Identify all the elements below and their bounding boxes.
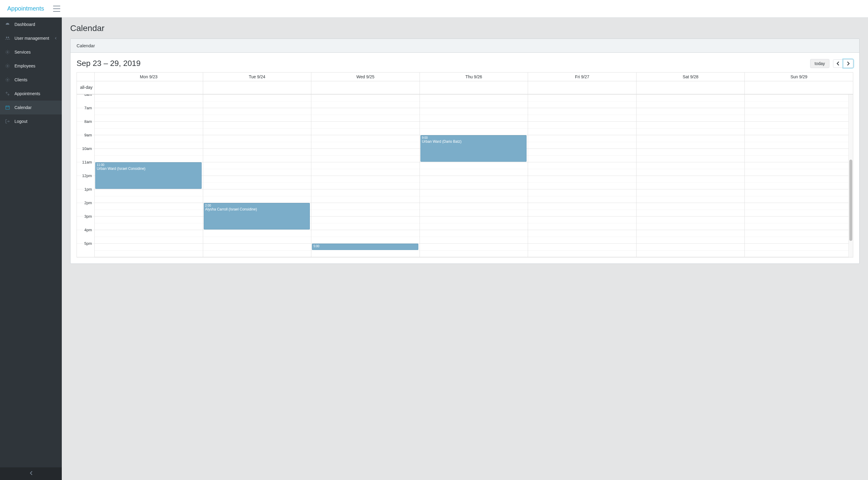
svg-point-2 [7,52,8,53]
hour-label: 9am [84,133,93,137]
svg-point-4 [7,79,8,80]
event-time: 9:00 [422,136,525,139]
calendar-card: Calendar Sep 23 – 29, 2019 today [70,39,860,264]
calendar-day-header[interactable]: Fri 9/27 [528,73,636,81]
calendar-day-column[interactable]: 11:00Urban Ward (Israel Considine) [94,95,203,257]
next-button[interactable] [843,59,853,68]
hour-label: 10am [82,146,93,151]
calendar-range-title: Sep 23 – 29, 2019 [76,59,141,68]
gear-icon [5,77,10,82]
allday-cell[interactable] [94,81,203,94]
hour-label: 7am [84,106,93,110]
sidebar-item-services[interactable]: Services [0,45,62,59]
event-time: 5:00 [313,244,417,248]
calendar-event[interactable]: 9:00Urban Ward (Dario Batz) [421,135,527,162]
logout-icon [5,118,10,124]
calendar-event[interactable]: 11:00Urban Ward (Israel Considine) [95,162,202,189]
sidebar-item-appointments[interactable]: Appointments [0,87,62,101]
hour-label: 8am [84,119,93,124]
svg-point-0 [6,37,7,38]
page-title: Calendar [70,24,860,33]
calendar-grid: Mon 9/23Tue 9/24Wed 9/25Thu 9/26Fri 9/27… [76,72,853,258]
event-title: Urban Ward (Dario Batz) [422,139,462,144]
calendar-day-header[interactable]: Wed 9/25 [311,73,420,81]
menu-toggle-icon[interactable] [53,6,60,12]
sidebar-item-clients[interactable]: Clients [0,73,62,87]
event-time: 11:00 [97,163,200,167]
hour-label: 5pm [84,241,93,246]
sidebar-item-label: Services [14,50,31,55]
sidebar-item-label: Clients [14,77,27,82]
chevron-right-icon [846,61,850,66]
hour-label: 11am [82,160,93,164]
hour-label: 12pm [82,173,93,178]
svg-point-5 [6,93,7,93]
allday-cell[interactable] [636,81,745,94]
hour-label: 6am [84,95,93,97]
calendar-day-column[interactable] [744,95,853,257]
sidebar-item-user-management[interactable]: User management [0,31,62,45]
sidebar: DashboardUser managementServicesEmployee… [0,18,62,480]
time-axis: 6am7am8am9am10am11am12pm1pm2pm3pm4pm5pm [77,95,94,257]
hour-label: 2pm [84,201,93,205]
hour-label: 3pm [84,214,93,218]
sidebar-item-label: Calendar [14,105,32,110]
sidebar-item-label: Appointments [14,91,40,96]
allday-cell[interactable] [528,81,636,94]
calendar-day-column[interactable]: 9:00Urban Ward (Dario Batz) [420,95,528,257]
calendar-day-column[interactable]: 5:00 [311,95,420,257]
sidebar-item-label: Logout [14,119,27,124]
dashboard-icon [5,22,10,27]
svg-rect-7 [6,106,9,109]
prev-button[interactable] [833,59,843,68]
users-icon [5,36,10,41]
main-content: Calendar Calendar Sep 23 – 29, 2019 toda… [62,18,868,480]
sidebar-item-label: Dashboard [14,22,35,27]
vertical-scrollbar[interactable] [848,95,853,257]
sidebar-item-employees[interactable]: Employees [0,59,62,73]
sidebar-item-label: User management [14,36,49,41]
gear-icon [5,49,10,55]
chevron-left-icon [30,471,33,475]
gears-icon [5,91,10,96]
calendar-day-header[interactable]: Sun 9/29 [744,73,853,81]
calendar-day-column[interactable] [636,95,745,257]
svg-point-1 [8,37,9,38]
sidebar-collapse-button[interactable] [0,467,62,480]
chevron-left-icon [55,36,57,41]
event-title: Alysha Carroll (Israel Considine) [205,207,257,211]
allday-cell[interactable] [420,81,528,94]
calendar-day-header[interactable]: Tue 9/24 [203,73,311,81]
svg-point-3 [7,65,8,67]
sidebar-item-calendar[interactable]: Calendar [0,101,62,114]
calendar-icon [5,105,10,110]
calendar-event[interactable]: 2:00Alysha Carroll (Israel Considine) [204,203,310,230]
allday-cell[interactable] [744,81,853,94]
event-title: Urban Ward (Israel Considine) [97,167,146,171]
sidebar-item-label: Employees [14,64,35,68]
calendar-day-header[interactable]: Mon 9/23 [94,73,203,81]
brand-link[interactable]: Appointments [7,5,44,12]
allday-cell[interactable] [311,81,420,94]
calendar-day-column[interactable]: 2:00Alysha Carroll (Israel Considine) [203,95,311,257]
allday-cell[interactable] [203,81,311,94]
hour-label: 1pm [84,187,93,192]
sidebar-item-dashboard[interactable]: Dashboard [0,18,62,31]
calendar-day-header[interactable]: Thu 9/26 [420,73,528,81]
sidebar-item-logout[interactable]: Logout [0,114,62,128]
event-time: 2:00 [205,204,309,207]
gear-icon [5,63,10,69]
allday-label: all-day [77,81,94,94]
svg-point-6 [8,94,9,95]
chevron-left-icon [836,61,840,66]
scrollbar-thumb[interactable] [849,160,852,241]
hour-label: 4pm [84,228,93,232]
today-button[interactable]: today [810,59,830,68]
card-header: Calendar [70,39,859,53]
calendar-day-column[interactable] [528,95,636,257]
calendar-event[interactable]: 5:00 [312,244,418,250]
calendar-day-header[interactable]: Sat 9/28 [636,73,745,81]
calendar-head-spacer [77,73,94,81]
topbar: Appointments [0,0,868,18]
